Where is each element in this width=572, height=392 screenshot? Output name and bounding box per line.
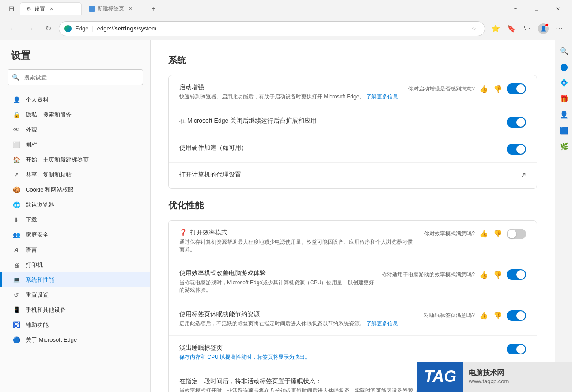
collections-icon[interactable]: 🔖 (504, 22, 519, 36)
gaming-thumbdown-btn[interactable]: 👎 (492, 269, 503, 280)
right-sidebar-shopping-btn[interactable]: 🎁 (557, 91, 571, 106)
sidebar-item-printer[interactable]: 🖨 打印机 (0, 257, 150, 272)
sidebar-item-language[interactable]: A 语言 (0, 242, 150, 257)
sidebar-item-mobile[interactable]: 📱 手机和其他设备 (0, 302, 150, 317)
close-button[interactable]: ✕ (548, 2, 568, 15)
forward-button[interactable]: → (23, 22, 38, 36)
sidebar-item-privacy[interactable]: 🔒 隐私、搜索和服务 (0, 107, 150, 122)
sleeping-tabs-title: 使用标签页休眠功能节约资源 (179, 310, 417, 318)
sidebar-item-default-browser[interactable]: 🌐 默认浏览器 (0, 197, 150, 212)
sidebar-item-sidebar-label: 侧栏 (26, 141, 37, 149)
mobile-icon: 📱 (12, 306, 20, 314)
sleeping-tabs-toggle[interactable] (507, 310, 526, 321)
gaming-efficiency-desc: 当你玩电脑游戏时，Microsoft Edge减少其计算机资源（CPU）使用量，… (179, 279, 375, 294)
sidebar-item-sidebar[interactable]: ⬜ 侧栏 (0, 137, 150, 152)
background-run-toggle[interactable] (507, 117, 526, 128)
right-sidebar-outlook-btn[interactable]: 🟦 (557, 123, 571, 137)
sidebar-item-accessibility-label: 辅助功能 (26, 321, 49, 329)
proxy-external-icon[interactable]: ↗ (520, 171, 526, 179)
startup-toggle[interactable] (507, 83, 526, 94)
right-sidebar-bing-btn[interactable]: ⬤ (557, 60, 571, 74)
settings-more-icon[interactable]: ⋯ (552, 22, 566, 36)
hardware-accel-row: 使用硬件加速（如可用） (169, 136, 537, 163)
sleeping-tabs-desc: 启用此选项后，不活跃的标签页将在指定时间后进入休眠状态以节约系统资源。 了解更多… (179, 320, 417, 328)
hardware-accel-toggle[interactable] (507, 144, 526, 155)
favourites-icon[interactable]: ⭐ (489, 22, 503, 36)
address-separator: | (92, 25, 93, 32)
sidebar-item-about[interactable]: 🔵 关于 Microsoft Edge (0, 332, 150, 347)
browser-icon: 🌐 (12, 201, 20, 209)
sidebar-item-reset-label: 重置设置 (26, 291, 49, 299)
background-run-title: 在 Microsoft Edge 关闭后继续运行后台扩展和应用 (179, 117, 500, 125)
sidebar-item-cookies[interactable]: 🍪 Cookie 和网站权限 (0, 182, 150, 197)
tab-settings-close[interactable]: ✕ (48, 5, 55, 12)
startup-satisfaction-text: 你对启动增强是否感到满意? (408, 85, 475, 93)
sidebar-item-family[interactable]: 👥 家庭安全 (0, 227, 150, 242)
fade-sleeping-desc: 保存内存和 CPU 以提高性能时，标签页将显示为淡出。 (179, 354, 500, 361)
startup-boost-title: 启动增强 (179, 83, 401, 91)
search-input[interactable] (8, 69, 143, 85)
sidebar-item-downloads[interactable]: ⬇ 下载 (0, 212, 150, 227)
sidebar-icon: ⬜ (12, 141, 20, 149)
sidebar-item-about-label: 关于 Microsoft Edge (26, 336, 77, 344)
sleeping-tabs-link[interactable]: 了解更多信息 (366, 320, 398, 327)
fade-sleeping-toggle[interactable] (507, 344, 526, 354)
sidebar-item-start[interactable]: 🏠 开始、主页和新建标签页 (0, 152, 150, 167)
startup-thumbup-btn[interactable]: 👍 (478, 83, 489, 94)
gaming-efficiency-toggle[interactable] (507, 269, 526, 280)
star-icon[interactable]: ☆ (469, 23, 479, 34)
eye-icon: 👁 (12, 126, 20, 134)
hardware-accel-title: 使用硬件加速（如可用） (179, 144, 500, 152)
sidebar-item-profile[interactable]: 👤 个人资料 (0, 92, 150, 107)
settings-title: 设置 (0, 49, 150, 69)
right-sidebar-user-btn[interactable]: 👤 (557, 107, 571, 121)
watermark-info: 电脑技术网 www.tagxp.com (463, 362, 572, 392)
sidebar-item-cookies-label: Cookie 和网站权限 (26, 186, 74, 194)
sidebar-item-appearance[interactable]: 👁 外观 (0, 122, 150, 137)
sidebar-item-reset[interactable]: ↺ 重置设置 (0, 287, 150, 302)
profile-button[interactable]: 👤 (536, 22, 550, 36)
sleeping-thumbup-btn[interactable]: 👍 (478, 310, 489, 321)
efficiency-thumbdown-btn[interactable]: 👎 (492, 229, 503, 239)
maximize-button[interactable]: □ (527, 2, 547, 15)
sidebar-item-privacy-label: 隐私、搜索和服务 (26, 111, 72, 119)
tab-settings[interactable]: ⚙ 设置 ✕ (20, 2, 82, 15)
right-sidebar-search-btn[interactable]: 🔍 (557, 44, 571, 58)
sidebar-item-share-label: 共享、复制和粘贴 (26, 171, 72, 179)
fade-sleeping-title: 淡出睡眠标签页 (179, 344, 500, 352)
sidebar-item-default-browser-label: 默认浏览器 (26, 201, 54, 209)
tab-newtab-close[interactable]: ✕ (127, 5, 134, 12)
sidebar-item-share[interactable]: ↗ 共享、复制和粘贴 (0, 167, 150, 182)
tab-settings-label: 设置 (34, 5, 45, 13)
back-button[interactable]: ← (6, 22, 20, 36)
edge-icon: 🔵 (12, 336, 20, 344)
address-text: Edge (75, 25, 88, 32)
tab-newtab-label: 新建标签页 (98, 5, 124, 12)
refresh-button[interactable]: ↻ (41, 22, 55, 36)
gaming-efficiency-title: 使用效率模式改善电脑游戏体验 (179, 269, 375, 277)
sleeping-thumbdown-btn[interactable]: 👎 (492, 310, 503, 321)
efficiency-thumbup-btn[interactable]: 👍 (478, 229, 489, 239)
home-icon: 🏠 (12, 156, 20, 164)
address-bar[interactable]: Edge | edge://settings/system ☆ (59, 21, 485, 36)
sidebar-toggle-btn[interactable]: ⊟ (4, 2, 18, 16)
new-tab-button[interactable]: + (147, 3, 159, 15)
edge-logo-icon (64, 25, 72, 32)
sidebar-item-system[interactable]: 💻 系统和性能 (0, 272, 150, 287)
startup-boost-link[interactable]: 了解更多信息 (366, 94, 398, 100)
startup-boost-row: 启动增强 快速转到浏览器。启用此功能后，有助于启动设备时更快打开 Microso… (169, 75, 537, 109)
minimize-button[interactable]: － (505, 2, 526, 15)
gaming-thumbup-btn[interactable]: 👍 (478, 269, 489, 280)
sleep-timer-title: 在指定一段时间后，将非活动标签页置于睡眠状态： (179, 377, 457, 385)
startup-thumbdown-btn[interactable]: 👎 (492, 83, 503, 94)
sidebar-item-accessibility[interactable]: ♿ 辅助功能 (0, 317, 150, 332)
efficiency-mode-toggle[interactable] (507, 229, 526, 239)
right-sidebar-edge-btn[interactable]: 🌿 (557, 139, 571, 153)
sidebar-item-printer-label: 打印机 (26, 261, 43, 269)
browser-essentials-icon[interactable]: 🛡 (520, 22, 534, 36)
profile-icon: 👤 (12, 96, 20, 104)
watermark-title: 电脑技术网 (469, 369, 566, 378)
tab-newtab[interactable]: 新建标签页 ✕ (83, 2, 145, 15)
right-sidebar-wallet-btn[interactable]: 💠 (557, 75, 571, 90)
sidebar-item-profile-label: 个人资料 (26, 96, 49, 104)
